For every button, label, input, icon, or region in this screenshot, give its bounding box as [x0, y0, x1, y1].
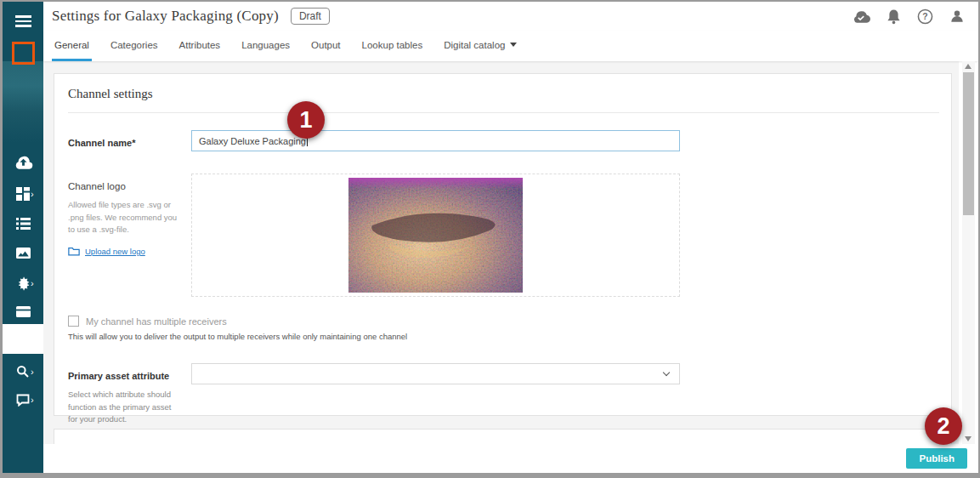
chevron-right-icon: › — [31, 395, 34, 405]
channel-logo-label: Channel logo — [68, 181, 126, 191]
chevron-right-icon: › — [31, 190, 34, 199]
content-area: Channel settings Channel name* Galaxy De… — [43, 61, 978, 444]
tab-digital-catalog[interactable]: Digital catalog — [441, 31, 519, 61]
multiple-receivers-helper: This will allow you to deliver the outpu… — [68, 332, 938, 341]
dropdown-caret-icon — [510, 43, 517, 47]
dashboard-icon[interactable]: › — [3, 187, 43, 201]
upload-cloud-icon[interactable] — [3, 155, 43, 169]
divider — [68, 112, 939, 113]
multiple-receivers-label[interactable]: My channel has multiple receivers — [86, 316, 227, 327]
upload-new-logo-link[interactable]: Upload new logo — [68, 247, 191, 256]
sidebar-divider — [3, 324, 43, 354]
channel-logo-helper: Allowed file types are .svg or .png file… — [68, 199, 180, 236]
list-icon[interactable] — [3, 218, 43, 230]
messages-icon[interactable]: › — [3, 394, 43, 407]
annotation-step-1: 1 — [287, 101, 325, 139]
primary-asset-select[interactable] — [191, 363, 680, 384]
chevron-right-icon: › — [31, 279, 34, 288]
channel-settings-panel: Channel settings Channel name* Galaxy De… — [54, 73, 952, 416]
sidebar-background-image — [3, 61, 43, 143]
channel-name-label: Channel name* — [68, 138, 135, 148]
annotation-step-2: 2 — [925, 407, 962, 445]
scrollbar-thumb[interactable] — [963, 72, 974, 215]
tab-attributes[interactable]: Attributes — [177, 31, 224, 61]
tab-categories[interactable]: Categories — [108, 31, 161, 61]
top-bar: Settings for Galaxy Packaging (Copy) Dra… — [43, 2, 978, 31]
tab-bar: General Categories Attributes Languages … — [43, 31, 978, 61]
channel-logo-image — [348, 178, 523, 293]
page-title: Settings for Galaxy Packaging (Copy) — [52, 8, 279, 25]
vertical-scrollbar[interactable] — [962, 61, 975, 444]
menu-icon[interactable] — [3, 15, 43, 27]
app-window: › › › › Settings for Galaxy Packag — [0, 0, 980, 478]
folder-icon — [68, 247, 80, 256]
sync-cloud-icon[interactable] — [852, 10, 870, 23]
footer-bar: Publish — [43, 444, 978, 473]
next-section-panel — [54, 429, 952, 444]
status-badge: Draft — [291, 8, 330, 25]
logo-dropzone[interactable] — [191, 174, 680, 297]
tab-output[interactable]: Output — [309, 31, 343, 61]
chevron-down-icon — [663, 369, 670, 376]
help-icon[interactable]: ? — [917, 9, 933, 25]
scroll-down-arrow-icon[interactable] — [965, 436, 972, 441]
notifications-bell-icon[interactable] — [887, 9, 901, 25]
tab-lookup-tables[interactable]: Lookup tables — [360, 31, 426, 61]
channel-name-row: Channel name* Galaxy Deluxe Packaging — [68, 130, 938, 151]
primary-asset-row: Primary asset attribute Select which att… — [68, 363, 938, 426]
tab-general[interactable]: General — [52, 31, 92, 61]
svg-text:?: ? — [922, 12, 927, 21]
search-icon[interactable]: › — [3, 365, 43, 378]
multiple-receivers-checkbox[interactable] — [68, 316, 79, 327]
chevron-right-icon: › — [31, 367, 34, 377]
publish-button[interactable]: Publish — [906, 448, 967, 469]
brand-logo-icon[interactable] — [3, 42, 43, 65]
top-bar-icons: ? — [852, 9, 978, 25]
sidebar: › › › › — [3, 2, 43, 473]
multiple-receivers-row: My channel has multiple receivers This w… — [68, 316, 938, 341]
scroll-up-arrow-icon[interactable] — [965, 64, 972, 69]
main-area: Settings for Galaxy Packaging (Copy) Dra… — [43, 2, 978, 473]
primary-asset-helper: Select which attribute should function a… — [68, 389, 180, 426]
tab-languages[interactable]: Languages — [239, 31, 292, 61]
panel-title: Channel settings — [68, 87, 938, 101]
primary-asset-label: Primary asset attribute — [68, 371, 169, 381]
channels-window-icon[interactable] — [3, 306, 43, 317]
media-icon[interactable] — [3, 248, 43, 259]
account-person-icon[interactable] — [949, 9, 965, 24]
channel-name-input[interactable]: Galaxy Deluxe Packaging — [191, 130, 680, 151]
settings-gear-icon[interactable]: › — [3, 276, 43, 291]
channel-logo-row: Channel logo Allowed file types are .svg… — [68, 174, 938, 297]
